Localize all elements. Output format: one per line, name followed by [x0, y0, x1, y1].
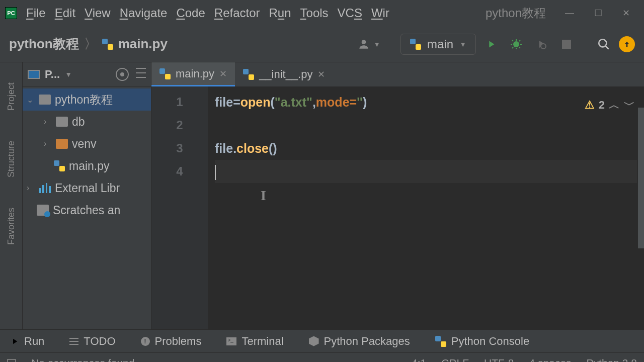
- tool-problems[interactable]: ! Problems: [141, 335, 202, 348]
- status-encoding[interactable]: UTF-8: [484, 357, 514, 363]
- menu-tools[interactable]: Tools: [300, 6, 329, 20]
- terminal-icon: [226, 337, 236, 345]
- inspection-widget[interactable]: ⚠ 2 ︿ ﹀: [585, 94, 635, 117]
- locate-icon[interactable]: [116, 68, 129, 81]
- tree-item-main-py[interactable]: main.py: [23, 155, 151, 177]
- editor-tabs: main.py ✕ __init__.py ✕: [151, 62, 644, 86]
- next-issue-icon[interactable]: ﹀: [624, 94, 635, 117]
- menu-file[interactable]: File: [26, 6, 46, 20]
- code-area[interactable]: file=open("a.txt",mode='') file.close() …: [208, 86, 644, 329]
- scratches-icon: [37, 205, 49, 216]
- pycharm-logo-icon: [5, 7, 17, 19]
- tool-todo[interactable]: TODO: [69, 335, 115, 348]
- user-dropdown[interactable]: ▼: [357, 38, 380, 51]
- scrollbar[interactable]: [638, 108, 644, 248]
- svg-point-0: [362, 40, 366, 44]
- minimize-icon[interactable]: —: [565, 8, 574, 19]
- tab-main-py[interactable]: main.py ✕: [151, 62, 235, 86]
- menu-navigate[interactable]: Navigate: [120, 6, 168, 20]
- menu-vcs[interactable]: VCS: [338, 6, 362, 20]
- sidebar-tab-structure[interactable]: Structure: [6, 141, 17, 177]
- python-file-icon: [159, 68, 171, 79]
- tool-windows-icon[interactable]: [7, 359, 16, 363]
- packages-icon: [309, 336, 319, 346]
- tool-console[interactable]: Python Console: [435, 335, 529, 348]
- python-icon: [410, 39, 421, 50]
- chevron-down-icon[interactable]: ▼: [65, 70, 72, 78]
- maximize-icon[interactable]: ☐: [594, 8, 602, 19]
- python-file-icon: [102, 39, 113, 50]
- menu-edit[interactable]: Edit: [55, 6, 75, 20]
- chevron-right-icon[interactable]: ›: [27, 184, 35, 193]
- chevron-down-icon: ▼: [459, 40, 466, 48]
- breadcrumb-project[interactable]: python教程: [9, 35, 79, 53]
- menu-refactor[interactable]: Refactor: [214, 6, 260, 20]
- folder-icon: [39, 95, 51, 105]
- tool-run[interactable]: Run: [10, 335, 44, 348]
- sidebar-tab-favorites[interactable]: Favorites: [6, 208, 17, 245]
- tool-terminal[interactable]: Terminal: [226, 335, 283, 348]
- text-caret: [215, 165, 216, 180]
- collapse-icon[interactable]: [136, 68, 146, 78]
- tree-item-db[interactable]: › db: [23, 111, 151, 133]
- ibeam-cursor-icon: I: [261, 184, 266, 207]
- status-message: No occurrences found: [31, 357, 134, 363]
- project-tool-window: P... ▼ ⌄ python教程 › db › venv: [23, 62, 151, 329]
- close-tab-icon[interactable]: ✕: [219, 68, 227, 79]
- breadcrumb[interactable]: python教程 〉 main.py: [9, 35, 168, 53]
- status-interpreter[interactable]: Python 3.8: [587, 357, 637, 363]
- run-button[interactable]: [481, 34, 501, 54]
- chevron-right-icon[interactable]: ›: [44, 139, 52, 148]
- tool-packages[interactable]: Python Packages: [309, 335, 410, 348]
- folder-icon: [56, 117, 68, 127]
- chevron-down-icon[interactable]: ⌄: [27, 95, 35, 105]
- tree-external-libraries[interactable]: › External Libr: [23, 177, 151, 199]
- coverage-button[interactable]: [531, 34, 551, 54]
- status-line-col[interactable]: 4:1: [412, 357, 426, 363]
- chevron-right-icon: 〉: [84, 35, 97, 53]
- menu-code[interactable]: Code: [176, 6, 205, 20]
- line-gutter[interactable]: 1 2 3 4: [151, 86, 208, 329]
- svg-point-1: [513, 41, 519, 47]
- close-tab-icon[interactable]: ✕: [317, 69, 325, 80]
- search-button[interactable]: [594, 34, 614, 54]
- chevron-right-icon[interactable]: ›: [44, 117, 52, 126]
- tab-init-py[interactable]: __init__.py ✕: [235, 62, 333, 86]
- status-indent[interactable]: 4 spaces: [529, 357, 572, 363]
- prev-issue-icon[interactable]: ︿: [609, 94, 620, 117]
- code-editor[interactable]: 1 2 3 4 file=open("a.txt",mode='') file.…: [151, 86, 644, 329]
- update-button[interactable]: [619, 36, 635, 52]
- python-file-icon: [54, 160, 65, 171]
- close-icon[interactable]: ✕: [622, 8, 630, 19]
- svg-point-2: [541, 44, 546, 49]
- library-icon: [39, 183, 51, 193]
- sidebar-tab-project[interactable]: Project: [6, 82, 17, 111]
- python-file-icon: [243, 69, 254, 80]
- tree-root[interactable]: ⌄ python教程: [23, 88, 151, 111]
- panel-title[interactable]: P...: [45, 68, 60, 81]
- menu-window[interactable]: Wir: [371, 6, 389, 20]
- tree-scratches[interactable]: Scratches an: [23, 199, 151, 221]
- menu-view[interactable]: View: [85, 6, 111, 20]
- stop-button[interactable]: [556, 34, 577, 54]
- warning-icon: ⚠: [585, 94, 595, 117]
- todo-icon: [69, 338, 78, 345]
- debug-button[interactable]: [506, 34, 526, 54]
- breadcrumb-file[interactable]: main.py: [118, 36, 168, 52]
- folder-icon: [56, 139, 68, 149]
- run-config-label: main: [427, 37, 453, 51]
- menu-run[interactable]: Run: [269, 6, 291, 20]
- run-config-selector[interactable]: main ▼: [400, 34, 476, 55]
- python-icon: [435, 336, 446, 347]
- status-line-separator[interactable]: CRLF: [441, 357, 469, 363]
- tree-item-venv[interactable]: › venv: [23, 133, 151, 155]
- window-title: python教程: [486, 5, 546, 21]
- problems-icon: !: [141, 337, 150, 346]
- view-icon[interactable]: [28, 70, 40, 79]
- svg-point-3: [599, 39, 606, 47]
